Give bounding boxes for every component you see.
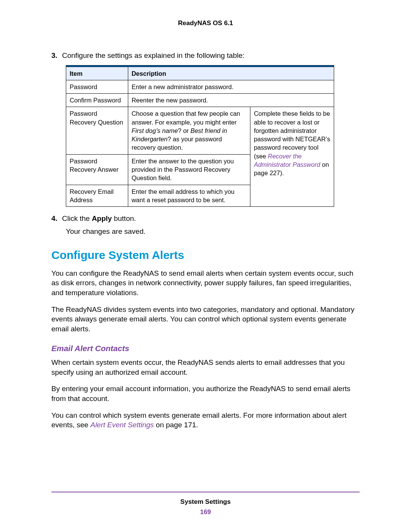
step-result: Your changes are saved. (66, 227, 360, 236)
cell-merged-note: Complete these fields to be able to reco… (250, 107, 334, 207)
cell-desc: Choose a question that few people can an… (128, 107, 250, 154)
table-row: Confirm Password Reenter the new passwor… (66, 94, 334, 107)
cell-item: Confirm Password (66, 94, 128, 107)
step-number: 3. (51, 51, 62, 61)
page-footer: System Settings 169 (51, 492, 360, 517)
doc-header: ReadyNAS OS 6.1 (51, 19, 360, 28)
cell-desc: Enter the email address to which you wan… (128, 185, 250, 207)
cell-desc: Enter the answer to the question you pro… (128, 154, 250, 185)
th-item: Item (66, 67, 128, 80)
step-3: 3.Configure the settings as explained in… (51, 51, 360, 207)
cell-item: Password (66, 80, 128, 93)
th-description: Description (128, 67, 334, 80)
link-alert-event-settings[interactable]: Alert Event Settings (90, 421, 154, 429)
cell-desc: Enter a new administrator password. (128, 80, 334, 93)
footer-title: System Settings (51, 498, 360, 506)
cell-item: Password Recovery Question (66, 107, 128, 154)
section-heading: Configure System Alerts (51, 248, 360, 263)
cell-item: Password Recovery Answer (66, 154, 128, 185)
cell-item: Recovery Email Address (66, 185, 128, 207)
paragraph: You can control which system events gene… (51, 411, 360, 430)
paragraph: The ReadyNAS divides system events into … (51, 305, 360, 334)
table-row: Password Recovery Question Choose a ques… (66, 107, 334, 154)
subsection-heading: Email Alert Contacts (51, 343, 360, 354)
step-number: 4. (51, 214, 62, 224)
footer-page-number: 169 (51, 508, 360, 517)
paragraph: When certain system events occur, the Re… (51, 358, 360, 377)
table-row: Password Enter a new administrator passw… (66, 80, 334, 93)
cell-desc: Reenter the new password. (128, 94, 334, 107)
paragraph: By entering your email account informati… (51, 384, 360, 403)
step-4: 4.Click the Apply button. Your changes a… (51, 214, 360, 236)
settings-table: Item Description Password Enter a new ad… (66, 65, 334, 207)
step-text: Click the Apply button. (62, 214, 136, 222)
paragraph: You can configure the ReadyNAS to send e… (51, 268, 360, 298)
step-text: Configure the settings as explained in t… (62, 51, 245, 59)
